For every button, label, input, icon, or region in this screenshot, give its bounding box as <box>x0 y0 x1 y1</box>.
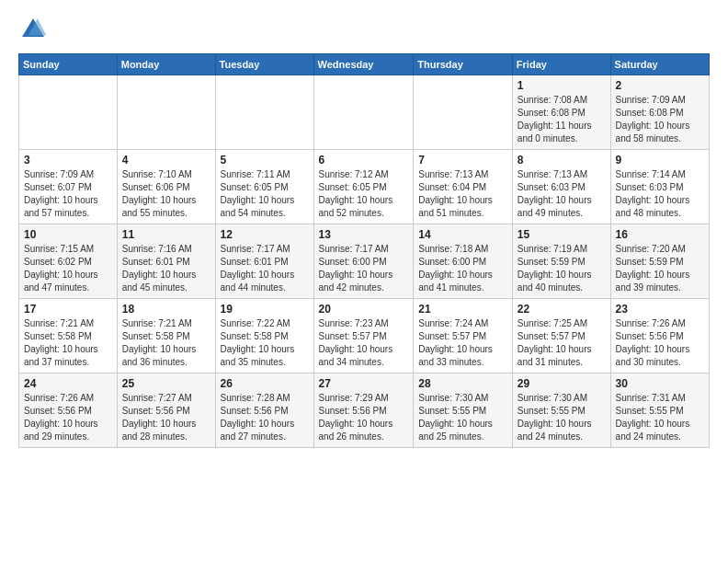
calendar-cell: 13Sunrise: 7:17 AM Sunset: 6:00 PM Dayli… <box>313 224 414 299</box>
day-info: Sunrise: 7:23 AM Sunset: 5:57 PM Dayligh… <box>319 317 409 369</box>
day-info: Sunrise: 7:12 AM Sunset: 6:05 PM Dayligh… <box>319 168 409 220</box>
day-number: 18 <box>122 303 210 316</box>
day-number: 30 <box>616 377 704 390</box>
calendar-cell: 23Sunrise: 7:26 AM Sunset: 5:56 PM Dayli… <box>610 299 709 373</box>
day-info: Sunrise: 7:21 AM Sunset: 5:58 PM Dayligh… <box>122 317 210 369</box>
day-info: Sunrise: 7:20 AM Sunset: 5:59 PM Dayligh… <box>616 243 704 294</box>
calendar-cell: 12Sunrise: 7:17 AM Sunset: 6:01 PM Dayli… <box>215 224 313 299</box>
calendar-cell <box>117 75 215 150</box>
day-info: Sunrise: 7:08 AM Sunset: 6:08 PM Dayligh… <box>518 94 606 145</box>
day-number: 28 <box>418 377 507 390</box>
calendar-cell: 7Sunrise: 7:13 AM Sunset: 6:04 PM Daylig… <box>414 150 513 224</box>
calendar-cell: 22Sunrise: 7:25 AM Sunset: 5:57 PM Dayli… <box>512 299 610 373</box>
day-info: Sunrise: 7:13 AM Sunset: 6:04 PM Dayligh… <box>418 168 507 220</box>
day-info: Sunrise: 7:17 AM Sunset: 6:00 PM Dayligh… <box>319 243 409 294</box>
day-info: Sunrise: 7:09 AM Sunset: 6:08 PM Dayligh… <box>616 94 704 145</box>
weekday-header-tuesday: Tuesday <box>215 54 313 75</box>
day-info: Sunrise: 7:17 AM Sunset: 6:01 PM Dayligh… <box>221 243 309 294</box>
calendar-cell: 28Sunrise: 7:30 AM Sunset: 5:55 PM Dayli… <box>414 373 513 448</box>
weekday-header-thursday: Thursday <box>414 54 513 75</box>
day-number: 22 <box>518 303 606 316</box>
day-info: Sunrise: 7:14 AM Sunset: 6:03 PM Dayligh… <box>616 168 704 220</box>
calendar-cell: 30Sunrise: 7:31 AM Sunset: 5:55 PM Dayli… <box>610 373 709 448</box>
calendar-cell: 5Sunrise: 7:11 AM Sunset: 6:05 PM Daylig… <box>215 150 313 224</box>
day-info: Sunrise: 7:15 AM Sunset: 6:02 PM Dayligh… <box>24 243 112 294</box>
calendar-cell: 9Sunrise: 7:14 AM Sunset: 6:03 PM Daylig… <box>610 150 709 224</box>
weekday-header-monday: Monday <box>117 54 215 75</box>
calendar-cell: 6Sunrise: 7:12 AM Sunset: 6:05 PM Daylig… <box>313 150 414 224</box>
calendar-week-3: 10Sunrise: 7:15 AM Sunset: 6:02 PM Dayli… <box>19 224 710 299</box>
calendar-table: SundayMondayTuesdayWednesdayThursdayFrid… <box>18 53 710 448</box>
calendar-cell: 8Sunrise: 7:13 AM Sunset: 6:03 PM Daylig… <box>512 150 610 224</box>
calendar-week-5: 24Sunrise: 7:26 AM Sunset: 5:56 PM Dayli… <box>19 373 710 448</box>
weekday-header-wednesday: Wednesday <box>313 54 414 75</box>
day-number: 3 <box>24 154 112 167</box>
day-info: Sunrise: 7:27 AM Sunset: 5:56 PM Dayligh… <box>122 392 210 443</box>
day-info: Sunrise: 7:24 AM Sunset: 5:57 PM Dayligh… <box>418 317 507 369</box>
day-info: Sunrise: 7:18 AM Sunset: 6:00 PM Dayligh… <box>418 243 507 294</box>
calendar-cell: 25Sunrise: 7:27 AM Sunset: 5:56 PM Dayli… <box>117 373 215 448</box>
day-number: 7 <box>418 154 507 167</box>
day-number: 2 <box>616 79 704 92</box>
calendar-header: SundayMondayTuesdayWednesdayThursdayFrid… <box>19 54 710 75</box>
day-info: Sunrise: 7:30 AM Sunset: 5:55 PM Dayligh… <box>518 392 606 443</box>
day-number: 6 <box>319 154 409 167</box>
day-info: Sunrise: 7:26 AM Sunset: 5:56 PM Dayligh… <box>24 392 112 443</box>
day-number: 8 <box>518 154 606 167</box>
day-number: 15 <box>518 228 606 241</box>
day-number: 11 <box>122 228 210 241</box>
calendar-cell: 24Sunrise: 7:26 AM Sunset: 5:56 PM Dayli… <box>19 373 118 448</box>
day-number: 27 <box>319 377 409 390</box>
day-number: 13 <box>319 228 409 241</box>
day-number: 14 <box>418 228 507 241</box>
calendar-cell: 2Sunrise: 7:09 AM Sunset: 6:08 PM Daylig… <box>610 75 709 150</box>
logo <box>18 15 51 44</box>
day-info: Sunrise: 7:10 AM Sunset: 6:06 PM Dayligh… <box>122 168 210 220</box>
day-info: Sunrise: 7:19 AM Sunset: 5:59 PM Dayligh… <box>518 243 606 294</box>
day-number: 16 <box>616 228 704 241</box>
day-number: 10 <box>24 228 112 241</box>
calendar-body: 1Sunrise: 7:08 AM Sunset: 6:08 PM Daylig… <box>19 75 710 448</box>
calendar-cell: 11Sunrise: 7:16 AM Sunset: 6:01 PM Dayli… <box>117 224 215 299</box>
calendar-cell: 10Sunrise: 7:15 AM Sunset: 6:02 PM Dayli… <box>19 224 118 299</box>
logo-icon <box>18 15 48 44</box>
calendar-cell <box>313 75 414 150</box>
calendar-cell: 21Sunrise: 7:24 AM Sunset: 5:57 PM Dayli… <box>414 299 513 373</box>
day-number: 5 <box>221 154 309 167</box>
day-number: 25 <box>122 377 210 390</box>
calendar-cell: 17Sunrise: 7:21 AM Sunset: 5:58 PM Dayli… <box>19 299 118 373</box>
day-info: Sunrise: 7:16 AM Sunset: 6:01 PM Dayligh… <box>122 243 210 294</box>
day-number: 24 <box>24 377 112 390</box>
day-info: Sunrise: 7:28 AM Sunset: 5:56 PM Dayligh… <box>221 392 309 443</box>
page: SundayMondayTuesdayWednesdayThursdayFrid… <box>0 0 728 463</box>
header <box>18 15 710 44</box>
day-number: 19 <box>221 303 309 316</box>
day-info: Sunrise: 7:21 AM Sunset: 5:58 PM Dayligh… <box>24 317 112 369</box>
day-info: Sunrise: 7:25 AM Sunset: 5:57 PM Dayligh… <box>518 317 606 369</box>
day-number: 29 <box>518 377 606 390</box>
day-info: Sunrise: 7:13 AM Sunset: 6:03 PM Dayligh… <box>518 168 606 220</box>
day-info: Sunrise: 7:26 AM Sunset: 5:56 PM Dayligh… <box>616 317 704 369</box>
calendar-cell <box>215 75 313 150</box>
calendar-cell: 14Sunrise: 7:18 AM Sunset: 6:00 PM Dayli… <box>414 224 513 299</box>
calendar-cell: 27Sunrise: 7:29 AM Sunset: 5:56 PM Dayli… <box>313 373 414 448</box>
weekday-header-saturday: Saturday <box>610 54 709 75</box>
day-number: 12 <box>221 228 309 241</box>
day-info: Sunrise: 7:22 AM Sunset: 5:58 PM Dayligh… <box>221 317 309 369</box>
calendar-cell <box>414 75 513 150</box>
calendar-cell: 1Sunrise: 7:08 AM Sunset: 6:08 PM Daylig… <box>512 75 610 150</box>
day-info: Sunrise: 7:29 AM Sunset: 5:56 PM Dayligh… <box>319 392 409 443</box>
day-number: 21 <box>418 303 507 316</box>
day-number: 9 <box>616 154 704 167</box>
weekday-header-row: SundayMondayTuesdayWednesdayThursdayFrid… <box>19 54 710 75</box>
calendar-cell: 18Sunrise: 7:21 AM Sunset: 5:58 PM Dayli… <box>117 299 215 373</box>
day-number: 20 <box>319 303 409 316</box>
calendar-cell: 20Sunrise: 7:23 AM Sunset: 5:57 PM Dayli… <box>313 299 414 373</box>
weekday-header-friday: Friday <box>512 54 610 75</box>
calendar-week-1: 1Sunrise: 7:08 AM Sunset: 6:08 PM Daylig… <box>19 75 710 150</box>
calendar-week-2: 3Sunrise: 7:09 AM Sunset: 6:07 PM Daylig… <box>19 150 710 224</box>
day-number: 23 <box>616 303 704 316</box>
calendar-cell: 3Sunrise: 7:09 AM Sunset: 6:07 PM Daylig… <box>19 150 118 224</box>
calendar-cell: 29Sunrise: 7:30 AM Sunset: 5:55 PM Dayli… <box>512 373 610 448</box>
calendar-cell: 15Sunrise: 7:19 AM Sunset: 5:59 PM Dayli… <box>512 224 610 299</box>
